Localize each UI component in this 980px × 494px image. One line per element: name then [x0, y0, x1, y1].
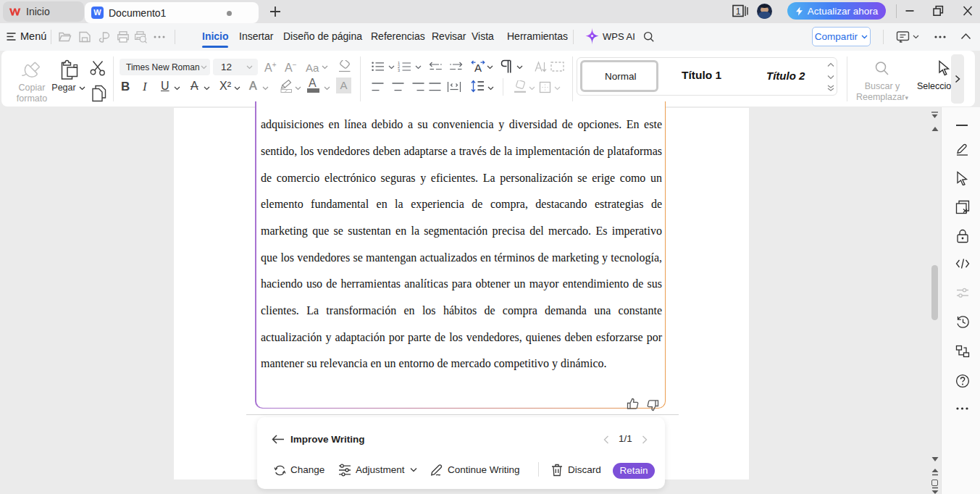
svg-text:1: 1: [736, 7, 741, 17]
svg-text:A: A: [474, 62, 482, 74]
svg-text:3: 3: [398, 68, 400, 72]
